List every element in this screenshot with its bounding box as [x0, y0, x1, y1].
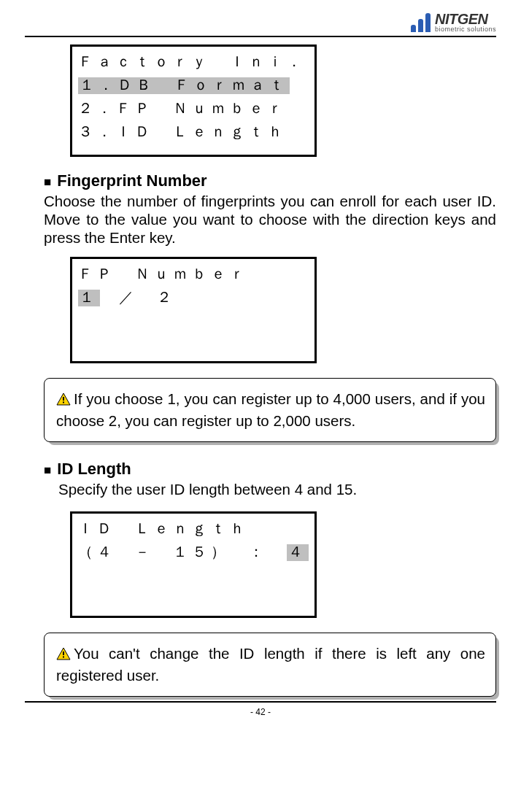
section-id-length-head: ■ ID Length [44, 460, 496, 479]
lcd1-item-fp-number: ２．ＦＰ Ｎｕｍｂｅｒ [78, 98, 309, 121]
logo-bars-icon [411, 13, 431, 32]
footer-divider [25, 701, 496, 703]
header-divider [25, 36, 496, 37]
brand-name: NITGEN [435, 12, 496, 26]
lcd3-value: ４ [287, 544, 309, 561]
section-fingerprint-title: Fingerprint Number [57, 171, 207, 190]
header-row: NITGEN biometric solutions [25, 12, 496, 33]
lcd1-item-id-length: ３．ＩＤ Ｌｅｎｇｔｈ [78, 121, 309, 144]
warning-icon [56, 390, 71, 411]
section-fingerprint-desc: Choose the number of fingerprints you ca… [44, 192, 496, 247]
lcd1-item-db-format: １．ＤＢ Ｆｏｒｍａｔ [78, 74, 309, 98]
brand-text: NITGEN biometric solutions [435, 12, 496, 33]
note-id-length: You can't change the ID length if there … [44, 633, 496, 697]
note-fp-number-text: If you choose 1, you can register up to … [56, 390, 485, 429]
lcd2-rest: ／ ２ [100, 290, 176, 306]
lcd3-title: ＩＤ Ｌｅｎｇｔｈ [78, 518, 309, 541]
warning-icon [56, 645, 71, 665]
lcd2-title: ＦＰ Ｎｕｍｂｅｒ [78, 263, 309, 287]
section-id-length-title: ID Length [57, 460, 131, 479]
brand-logo: NITGEN biometric solutions [411, 12, 496, 33]
lcd-factory-ini: Ｆａｃｔｏｒｙ Ｉｎｉ． １．ＤＢ Ｆｏｒｍａｔ ２．ＦＰ Ｎｕｍｂｅｒ ３．Ｉ… [70, 45, 317, 157]
section-fingerprint-head: ■ Fingerprint Number [44, 171, 496, 190]
svg-rect-4 [63, 651, 64, 655]
note-fp-number-wrap: If you choose 1, you can register up to … [44, 378, 496, 442]
svg-rect-5 [63, 657, 64, 658]
bullet-icon: ■ [44, 464, 51, 476]
lcd2-value-row: １ ／ ２ [78, 287, 309, 310]
lcd-fp-number: ＦＰ Ｎｕｍｂｅｒ １ ／ ２ [70, 257, 317, 363]
page: NITGEN biometric solutions Ｆａｃｔｏｒｙ Ｉｎｉ． … [0, 0, 521, 726]
lcd3-prefix: （４ － １５） ： [78, 544, 287, 561]
note-id-length-text: You can't change the ID length if there … [56, 645, 485, 684]
section-id-length-desc: Specify the user ID length between 4 and… [58, 480, 496, 498]
lcd3-value-row: （４ － １５） ： ４ [78, 541, 309, 565]
page-number: - 42 - [25, 707, 496, 717]
lcd1-item1-highlight: １．ＤＢ Ｆｏｒｍａｔ [78, 77, 290, 94]
note-fp-number: If you choose 1, you can register up to … [44, 378, 496, 442]
lcd-id-length: ＩＤ Ｌｅｎｇｔｈ （４ － １５） ： ４ [70, 511, 317, 618]
note-id-length-wrap: You can't change the ID length if there … [44, 633, 496, 697]
lcd2-selected: １ [78, 290, 100, 306]
bullet-icon: ■ [44, 176, 51, 188]
lcd1-title: Ｆａｃｔｏｒｙ Ｉｎｉ． [78, 51, 309, 74]
brand-tagline: biometric solutions [435, 26, 496, 33]
svg-rect-2 [63, 402, 64, 403]
svg-rect-1 [63, 397, 64, 401]
